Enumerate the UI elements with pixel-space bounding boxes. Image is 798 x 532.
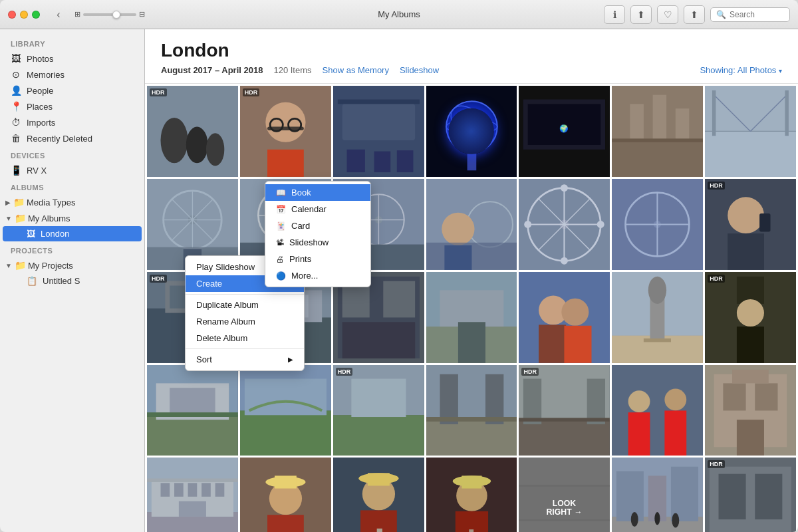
rename-album-menu-item[interactable]: Rename Album bbox=[186, 313, 304, 330]
sidebar-item-photos[interactable]: 🖼 Photos bbox=[0, 51, 144, 66]
sidebar-item-people[interactable]: 👤 People bbox=[0, 82, 144, 98]
maximize-button[interactable] bbox=[32, 11, 40, 19]
svg-rect-122 bbox=[170, 388, 215, 415]
duplicate-album-menu-item[interactable]: Duplicate Album bbox=[186, 297, 304, 313]
sort-menu-item[interactable]: Sort ▶ bbox=[186, 351, 304, 368]
photo-cell[interactable] bbox=[240, 365, 331, 456]
submenu-item-card[interactable]: 🃏 Card bbox=[265, 217, 370, 234]
slideshow-link[interactable]: Slideshow bbox=[400, 65, 439, 75]
zoom-slider[interactable]: ⊞ ⊟ bbox=[74, 10, 145, 19]
showing-value[interactable]: All Photos bbox=[737, 65, 777, 75]
sidebar-item-media-types[interactable]: ▶ 📁 Media Types bbox=[0, 194, 144, 210]
back-button[interactable]: ‹ bbox=[51, 7, 66, 23]
sidebar-item-memories[interactable]: ⊙ Memories bbox=[0, 66, 144, 82]
submenu[interactable]: 📖 Book 📅 Calendar 🃏 Card 📽 Slideshow 🖨 bbox=[265, 181, 371, 287]
svg-rect-176 bbox=[455, 511, 487, 532]
svg-rect-120 bbox=[147, 415, 238, 456]
submenu-item-calendar[interactable]: 📅 Calendar bbox=[265, 201, 370, 217]
svg-rect-149 bbox=[737, 420, 764, 456]
photo-cell[interactable] bbox=[426, 272, 517, 363]
photo-cell[interactable] bbox=[612, 365, 703, 456]
submenu-item-slideshow[interactable]: 📽 Slideshow bbox=[265, 234, 370, 251]
export-button[interactable]: ⬆ bbox=[684, 5, 705, 24]
sidebar-item-my-albums[interactable]: ▼ 📁 My Albums bbox=[0, 210, 144, 226]
info-button[interactable]: ℹ bbox=[604, 5, 625, 24]
close-button[interactable] bbox=[8, 11, 16, 19]
sidebar-item-imports[interactable]: ⏱ Imports bbox=[0, 114, 144, 130]
photo-cell[interactable] bbox=[612, 179, 703, 270]
photo-cell[interactable]: HDR bbox=[705, 272, 796, 363]
svg-rect-131 bbox=[426, 420, 517, 456]
photo-cell[interactable]: 🌍 bbox=[519, 86, 610, 177]
photo-cell[interactable] bbox=[612, 272, 703, 363]
svg-rect-140 bbox=[612, 365, 703, 456]
share-button[interactable]: ⬆ bbox=[630, 5, 652, 24]
photo-cell[interactable] bbox=[426, 365, 517, 456]
svg-rect-14 bbox=[374, 152, 390, 172]
album-icon: 🖼 bbox=[27, 229, 35, 239]
svg-rect-104 bbox=[458, 322, 485, 363]
sidebar-item-label: Recently Deleted bbox=[27, 134, 92, 144]
submenu-item-more[interactable]: 🔵 More... bbox=[265, 267, 370, 284]
sidebar-item-london[interactable]: 🖼 London bbox=[3, 226, 142, 241]
photo-cell[interactable]: HDR bbox=[519, 365, 610, 456]
calendar-icon: 📅 bbox=[276, 205, 286, 214]
search-box[interactable]: 🔍 bbox=[710, 7, 790, 22]
photo-cell[interactable] bbox=[333, 86, 424, 177]
sidebar-item-rvx[interactable]: 📱 RV X bbox=[0, 162, 144, 178]
photo-cell[interactable] bbox=[705, 365, 796, 456]
photo-cell[interactable] bbox=[705, 86, 796, 177]
svg-rect-170 bbox=[360, 511, 397, 532]
svg-rect-147 bbox=[724, 383, 746, 410]
sidebar-item-places[interactable]: 📍 Places bbox=[0, 98, 144, 114]
slider-thumb[interactable] bbox=[112, 11, 120, 19]
photo-cell[interactable] bbox=[519, 179, 610, 270]
photo-cell[interactable] bbox=[519, 272, 610, 363]
photo-cell[interactable] bbox=[240, 458, 331, 532]
svg-rect-11 bbox=[342, 104, 414, 140]
photo-cell[interactable]: HDR bbox=[240, 86, 331, 177]
svg-point-142 bbox=[665, 388, 687, 410]
sidebar-item-untitled[interactable]: 📋 Untitled S bbox=[0, 273, 144, 289]
slider-track[interactable] bbox=[83, 13, 136, 16]
sidebar-item-my-projects[interactable]: ▼ 📁 My Projects bbox=[0, 257, 144, 273]
search-input[interactable] bbox=[730, 10, 783, 19]
submenu-item-prints[interactable]: 🖨 Prints bbox=[265, 251, 370, 267]
svg-rect-154 bbox=[147, 479, 238, 482]
sidebar-item-recently-deleted[interactable]: 🗑 Recently Deleted bbox=[0, 130, 144, 146]
zoom-in-icon: ⊟ bbox=[139, 10, 145, 19]
sidebar-item-label: People bbox=[27, 86, 53, 96]
minimize-button[interactable] bbox=[20, 11, 28, 19]
hdr-badge: HDR bbox=[336, 368, 353, 376]
memories-icon: ⊙ bbox=[11, 69, 21, 80]
svg-rect-9 bbox=[267, 150, 304, 177]
photo-cell[interactable]: LOOK RIGHT → bbox=[519, 458, 610, 532]
photo-cell[interactable] bbox=[333, 458, 424, 532]
svg-rect-160 bbox=[179, 501, 206, 517]
photo-cell[interactable] bbox=[147, 365, 238, 456]
photo-cell[interactable]: HDR bbox=[147, 86, 238, 177]
submenu-item-book[interactable]: 📖 Book bbox=[265, 184, 370, 201]
main-layout: Library 🖼 Photos ⊙ Memories 👤 People 📍 P… bbox=[0, 29, 798, 532]
photo-cell[interactable] bbox=[612, 458, 703, 532]
photo-cell[interactable]: HDR bbox=[705, 458, 796, 532]
svg-rect-133 bbox=[485, 374, 503, 424]
favorite-button[interactable]: ♡ bbox=[657, 5, 678, 24]
photo-cell[interactable]: HDR bbox=[333, 365, 424, 456]
show-as-memory-link[interactable]: Show as Memory bbox=[323, 65, 389, 75]
photo-cell[interactable] bbox=[147, 458, 238, 532]
photo-cell[interactable]: HDR bbox=[705, 179, 796, 270]
photo-cell[interactable] bbox=[612, 86, 703, 177]
svg-rect-28 bbox=[612, 140, 703, 177]
photo-cell[interactable] bbox=[426, 86, 517, 177]
device-icon: 📱 bbox=[11, 165, 21, 176]
photo-cell[interactable] bbox=[426, 179, 517, 270]
photo-cell[interactable] bbox=[426, 458, 517, 532]
imports-icon: ⏱ bbox=[11, 117, 21, 128]
delete-album-label: Delete Album bbox=[196, 333, 247, 343]
delete-album-menu-item[interactable]: Delete Album bbox=[186, 330, 304, 346]
trash-icon: 🗑 bbox=[11, 133, 21, 144]
showing-filter[interactable]: Showing: All Photos ▾ bbox=[700, 65, 782, 75]
svg-rect-158 bbox=[201, 483, 211, 497]
svg-rect-109 bbox=[565, 325, 592, 362]
